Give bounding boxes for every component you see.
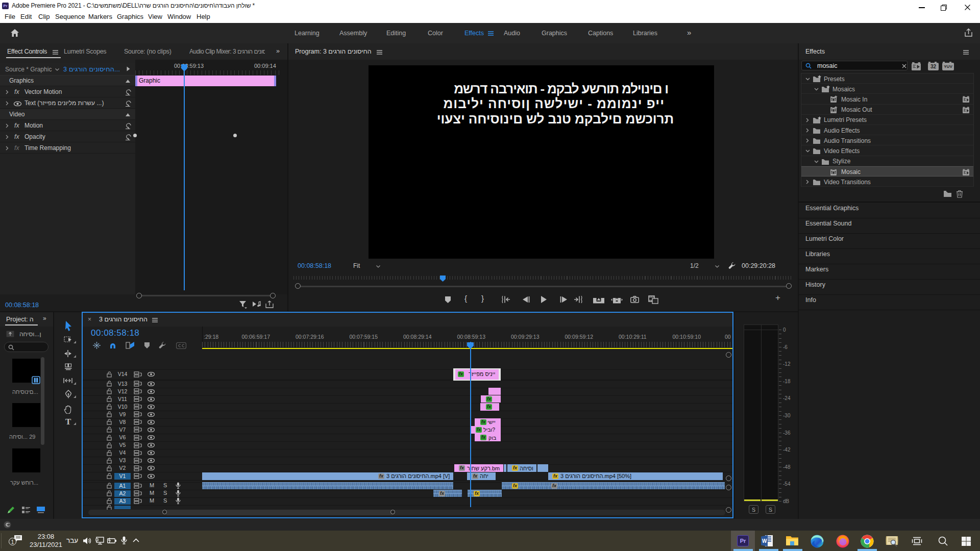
svg-text:W: W: [762, 538, 767, 544]
